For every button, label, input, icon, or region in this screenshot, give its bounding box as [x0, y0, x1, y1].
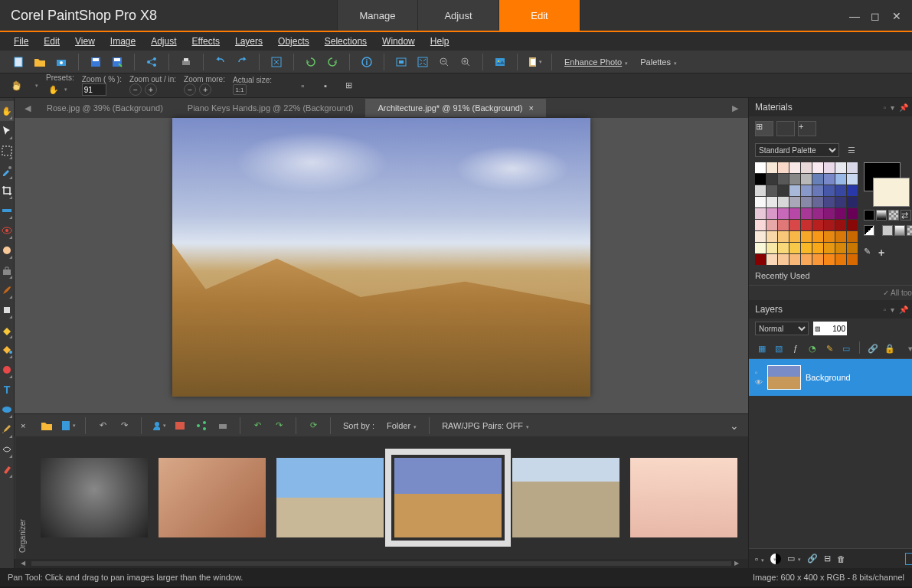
color-swatch[interactable]	[812, 162, 823, 173]
color-swatch[interactable]	[847, 220, 858, 230]
zoom-out-button[interactable]: −	[129, 83, 142, 96]
materials-panel-header[interactable]: Materials ▫ ▾ 📌 ×	[749, 98, 912, 116]
pan-tool-icon[interactable]	[9, 78, 25, 93]
color-swatch[interactable]	[755, 220, 766, 230]
color-swatch[interactable]	[835, 231, 846, 242]
raw-jpg-dropdown[interactable]: RAW/JPG Pairs: OFF	[439, 421, 532, 430]
color-swatch[interactable]	[801, 254, 812, 265]
thumbnail[interactable]	[159, 458, 266, 537]
color-swatch[interactable]	[755, 208, 766, 219]
menu-effects[interactable]: Effects	[186, 34, 226, 49]
makeover-tool[interactable]	[0, 240, 14, 260]
color-swatch[interactable]	[755, 197, 766, 207]
color-swatch[interactable]	[789, 243, 800, 253]
panel-dropdown-icon[interactable]: ▾	[891, 305, 894, 314]
layer-visibility-icon[interactable]: 👁	[755, 378, 763, 387]
color-swatch[interactable]	[778, 231, 789, 242]
selection-tool[interactable]	[0, 141, 14, 161]
color-swatch[interactable]	[847, 162, 858, 173]
color-swatch[interactable]	[824, 254, 835, 265]
doc-tab-close-icon[interactable]: ×	[529, 103, 534, 113]
org-folder-icon[interactable]	[39, 418, 54, 433]
color-swatch[interactable]	[847, 197, 858, 207]
canvas-area[interactable]	[15, 118, 748, 413]
style-swap-icon[interactable]: ⇄	[901, 210, 911, 220]
browse-icon[interactable]	[492, 54, 508, 70]
color-swatch[interactable]	[835, 185, 846, 196]
color-swatch[interactable]	[767, 243, 777, 253]
dropper-tool[interactable]	[0, 161, 14, 181]
organizer-close-icon[interactable]: ×	[21, 421, 33, 430]
new-adj-layer-icon[interactable]: ✎	[822, 341, 836, 355]
org-print-icon[interactable]	[215, 418, 230, 433]
color-swatch[interactable]	[755, 243, 766, 253]
org-map-icon[interactable]	[172, 418, 188, 433]
clone-tool[interactable]	[0, 260, 14, 280]
color-swatch[interactable]	[824, 162, 835, 173]
color-swatch[interactable]	[812, 208, 823, 219]
color-swatch[interactable]	[789, 162, 800, 173]
layer-options-icon[interactable]: ▾	[904, 341, 912, 355]
color-swatch[interactable]	[789, 231, 800, 242]
scroll-right-icon[interactable]: ▶	[734, 560, 742, 567]
doc-tab-architecture[interactable]: Architecture.jpg* @ 91% (Background)×	[365, 99, 546, 117]
menu-selections[interactable]: Selections	[319, 34, 373, 49]
color-swatch[interactable]	[778, 254, 789, 265]
workspace-tab-edit[interactable]: Edit	[499, 0, 580, 31]
color-swatch[interactable]	[767, 231, 777, 242]
thumbnail-selected[interactable]	[394, 458, 502, 537]
materials-tab-swatch[interactable]: ⊞	[755, 121, 773, 136]
color-swatch[interactable]	[812, 243, 823, 253]
color-swatch[interactable]	[847, 243, 858, 253]
color-swatch[interactable]	[789, 208, 800, 219]
color-swatch[interactable]	[778, 174, 789, 185]
close-icon[interactable]: ✕	[892, 10, 903, 21]
color-swatch[interactable]	[824, 220, 835, 230]
color-swatch[interactable]	[824, 243, 835, 253]
open-folder-icon[interactable]	[32, 54, 47, 70]
color-swatch[interactable]	[835, 174, 846, 185]
color-swatch[interactable]	[835, 220, 846, 230]
doc-tab-rose[interactable]: Rose.jpg @ 39% (Background)	[34, 99, 175, 117]
palette-select[interactable]: Standard Palette	[755, 143, 839, 157]
color-swatch[interactable]	[767, 208, 777, 219]
style2-solid-icon[interactable]	[882, 225, 893, 236]
color-swatch[interactable]	[801, 174, 812, 185]
color-swatch[interactable]	[789, 185, 800, 196]
add-swatch-icon[interactable]: +	[878, 247, 884, 259]
undo-icon[interactable]	[213, 54, 228, 70]
color-swatch[interactable]	[767, 254, 777, 265]
color-swatch[interactable]	[778, 208, 789, 219]
canvas-image[interactable]	[172, 118, 590, 397]
print-icon[interactable]	[178, 54, 194, 70]
color-swatch[interactable]	[755, 162, 766, 173]
color-swatch[interactable]	[812, 254, 823, 265]
save-as-icon[interactable]	[110, 54, 125, 70]
bw-swatch-icon[interactable]	[864, 225, 874, 236]
color-swatch[interactable]	[812, 220, 823, 230]
color-swatch[interactable]	[789, 197, 800, 207]
menu-layers[interactable]: Layers	[229, 34, 269, 49]
org-undo-icon[interactable]: ↶	[250, 418, 265, 433]
swatch-grid[interactable]	[755, 162, 858, 265]
color-swatch[interactable]	[801, 185, 812, 196]
color-swatch[interactable]	[778, 220, 789, 230]
color-swatch[interactable]	[824, 208, 835, 219]
color-swatch[interactable]	[835, 243, 846, 253]
workspace-tab-manage[interactable]: Manage	[337, 0, 418, 31]
undo-history-icon[interactable]	[303, 54, 319, 70]
tab-nav-left-icon[interactable]: ◀	[21, 103, 34, 113]
color-swatch[interactable]	[778, 243, 789, 253]
color-swatch[interactable]	[801, 162, 812, 173]
paste-icon[interactable]	[527, 54, 542, 70]
new-file-icon[interactable]	[11, 54, 26, 70]
color-swatch[interactable]	[824, 174, 835, 185]
pick-tool[interactable]	[0, 121, 14, 141]
style2-pattern-icon[interactable]	[907, 225, 912, 236]
menu-adjust[interactable]: Adjust	[145, 34, 182, 49]
color-swatch[interactable]	[801, 220, 812, 230]
new-mask-layer-icon[interactable]: ◔	[806, 341, 819, 355]
color-swatch[interactable]	[755, 231, 766, 242]
actual-size-button[interactable]: 1:1	[233, 84, 247, 95]
thumbnail[interactable]	[512, 458, 619, 537]
